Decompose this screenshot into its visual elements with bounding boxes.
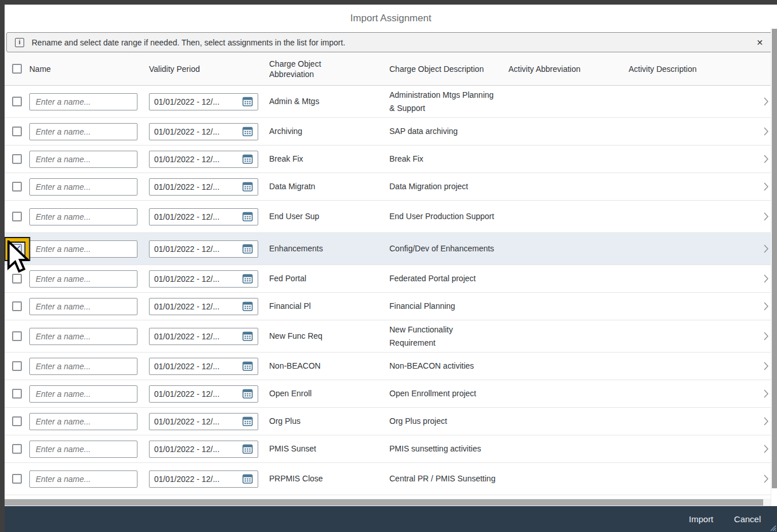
table-row[interactable]: 01/01/2022 - 12/... Non-BEACON Non-BEACO…	[5, 353, 777, 380]
row-checkbox[interactable]	[12, 97, 22, 106]
validity-period-input[interactable]: 01/01/2022 - 12/...	[149, 208, 258, 225]
charge-object-abbreviation-cell: PMIS Sunset	[269, 442, 389, 456]
name-input[interactable]	[29, 123, 137, 140]
name-input[interactable]	[29, 441, 137, 458]
table-row[interactable]: 01/01/2022 - 12/... PMIS Sunset PMIS sun…	[5, 435, 777, 463]
row-checkbox[interactable]	[12, 244, 22, 254]
validity-period-input[interactable]: 01/01/2022 - 12/...	[149, 178, 258, 196]
name-input[interactable]	[29, 178, 137, 196]
row-checkbox[interactable]	[12, 274, 22, 284]
validity-period-value: 01/01/2022 - 12/...	[154, 389, 239, 399]
name-input[interactable]	[29, 151, 137, 168]
name-cell	[29, 298, 149, 315]
calendar-icon[interactable]	[242, 473, 253, 484]
row-checkbox[interactable]	[12, 474, 22, 484]
name-input[interactable]	[29, 270, 137, 288]
chevron-right-icon	[763, 444, 769, 454]
table-row[interactable]: 01/01/2022 - 12/... Financial Pl Financi…	[5, 293, 777, 320]
cancel-button[interactable]: Cancel	[726, 510, 769, 529]
name-input[interactable]	[29, 470, 137, 488]
name-input[interactable]	[29, 385, 137, 403]
validity-period-input[interactable]: 01/01/2022 - 12/...	[149, 441, 258, 458]
name-cell	[29, 413, 149, 430]
validity-period-input[interactable]: 01/01/2022 - 12/...	[149, 93, 258, 110]
horizontal-scrollbar-thumb[interactable]	[5, 499, 763, 506]
row-checkbox[interactable]	[12, 416, 22, 426]
table-row[interactable]: 01/01/2022 - 12/... Archiving SAP data a…	[5, 118, 777, 146]
validity-period-input[interactable]: 01/01/2022 - 12/...	[149, 358, 258, 375]
name-input[interactable]	[29, 413, 137, 430]
validity-period-input[interactable]: 01/01/2022 - 12/...	[149, 298, 258, 315]
validity-period-input[interactable]: 01/01/2022 - 12/...	[149, 385, 258, 403]
calendar-icon[interactable]	[242, 96, 253, 107]
horizontal-scrollbar[interactable]	[5, 499, 771, 506]
chevron-right-icon	[763, 474, 769, 484]
name-input[interactable]	[29, 358, 137, 375]
charge-object-description-cell: Config/Dev of Enhancements	[389, 242, 496, 255]
charge-object-abbreviation-cell: Open Enroll	[269, 387, 389, 400]
row-checkbox[interactable]	[12, 361, 22, 371]
charge-object-description-cell: Org Plus project	[389, 415, 496, 428]
calendar-icon[interactable]	[242, 273, 253, 284]
table-row[interactable]: 01/01/2022 - 12/... PRPMIS Close Central…	[5, 463, 777, 495]
calendar-icon[interactable]	[242, 211, 253, 222]
row-checkbox[interactable]	[12, 301, 22, 311]
calendar-icon[interactable]	[242, 301, 253, 312]
calendar-icon[interactable]	[242, 416, 253, 427]
table-row[interactable]: 01/01/2022 - 12/... Admin & Mtgs Adminis…	[5, 86, 777, 118]
row-checkbox[interactable]	[12, 331, 22, 341]
table-row[interactable]: 01/01/2022 - 12/... Enhancements Config/…	[5, 233, 777, 265]
name-input[interactable]	[29, 328, 137, 345]
name-input[interactable]	[29, 208, 137, 225]
calendar-icon[interactable]	[242, 154, 253, 164]
name-input[interactable]	[29, 93, 137, 110]
close-icon[interactable]: ✕	[753, 36, 767, 49]
calendar-icon[interactable]	[242, 243, 253, 254]
table-row[interactable]: 01/01/2022 - 12/... Break Fix Break Fix	[5, 146, 777, 173]
import-button[interactable]: Import	[681, 510, 722, 529]
row-checkbox[interactable]	[12, 389, 22, 399]
name-input[interactable]	[29, 240, 137, 258]
name-cell	[29, 358, 149, 375]
validity-cell: 01/01/2022 - 12/...	[149, 470, 269, 488]
table-row[interactable]: 01/01/2022 - 12/... New Func Req New Fun…	[5, 320, 777, 353]
validity-period-input[interactable]: 01/01/2022 - 12/...	[149, 270, 258, 288]
vertical-scrollbar-thumb[interactable]	[772, 29, 777, 488]
name-cell	[29, 93, 149, 110]
row-checkbox[interactable]	[12, 212, 22, 221]
resize-grip-icon[interactable]	[768, 523, 776, 531]
info-icon: i	[15, 38, 24, 47]
calendar-icon[interactable]	[242, 443, 253, 454]
table-row[interactable]: 01/01/2022 - 12/... End User Sup End Use…	[5, 201, 777, 233]
charge-object-description-cell: Federated Portal project	[389, 272, 496, 285]
row-checkbox-cell	[5, 201, 29, 232]
validity-period-input[interactable]: 01/01/2022 - 12/...	[149, 328, 258, 345]
calendar-icon[interactable]	[242, 361, 253, 372]
row-checkbox[interactable]	[12, 182, 22, 192]
table-row[interactable]: 01/01/2022 - 12/... Org Plus Org Plus pr…	[5, 408, 777, 435]
row-checkbox[interactable]	[12, 444, 22, 454]
calendar-icon[interactable]	[242, 181, 253, 192]
chevron-right-icon	[763, 331, 769, 341]
validity-period-input[interactable]: 01/01/2022 - 12/...	[149, 240, 258, 258]
row-checkbox[interactable]	[12, 127, 22, 136]
charge-object-description-cell: End User Production Support	[389, 210, 496, 223]
select-all-checkbox[interactable]	[12, 64, 22, 74]
row-checkbox[interactable]	[12, 154, 22, 164]
validity-period-value: 01/01/2022 - 12/...	[154, 97, 239, 106]
vertical-scrollbar[interactable]	[771, 28, 777, 506]
calendar-icon[interactable]	[242, 388, 253, 399]
validity-period-input[interactable]: 01/01/2022 - 12/...	[149, 413, 258, 430]
charge-object-description-cell: Data Migration project	[389, 180, 496, 193]
charge-object-description-cell: Central PR / PMIS Sunsetting	[389, 472, 496, 485]
table-row[interactable]: 01/01/2022 - 12/... Data Migratn Data Mi…	[5, 173, 777, 201]
table-row[interactable]: 01/01/2022 - 12/... Fed Portal Federated…	[5, 265, 777, 293]
name-input[interactable]	[29, 298, 137, 315]
validity-period-input[interactable]: 01/01/2022 - 12/...	[149, 123, 258, 140]
calendar-icon[interactable]	[242, 126, 253, 137]
table-row[interactable]: 01/01/2022 - 12/... Open Enroll Open Enr…	[5, 380, 777, 408]
calendar-icon[interactable]	[242, 331, 253, 342]
checkmark-icon	[14, 245, 21, 251]
validity-period-input[interactable]: 01/01/2022 - 12/...	[149, 470, 258, 488]
validity-period-input[interactable]: 01/01/2022 - 12/...	[149, 151, 258, 168]
